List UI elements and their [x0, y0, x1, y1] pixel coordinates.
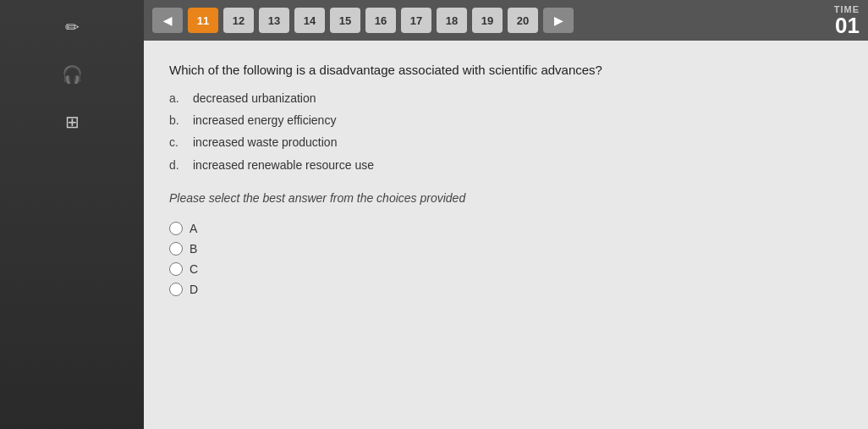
timer-value: 01	[835, 14, 860, 36]
top-navigation: ◀ 11 12 13 14 15 16 17 18 19 20 ▶ TIME 0…	[144, 0, 868, 41]
radio-item-d[interactable]: D	[169, 283, 843, 296]
choice-c-label: c.	[169, 133, 186, 151]
radio-item-c[interactable]: C	[169, 262, 843, 276]
question-content: Which of the following is a disadvantage…	[144, 41, 868, 429]
headphone-icon[interactable]: 🎧	[53, 56, 91, 93]
radio-item-b[interactable]: B	[169, 242, 843, 256]
page-17-button[interactable]: 17	[401, 8, 431, 33]
page-16-button[interactable]: 16	[365, 8, 396, 33]
choice-d-label: d.	[169, 156, 186, 174]
instruction-text: Please select the best answer from the c…	[169, 191, 843, 205]
current-page-button[interactable]: 11	[188, 8, 218, 33]
choice-c-text: increased waste production	[193, 133, 337, 151]
radio-options: A B C D	[169, 222, 843, 296]
choice-a-label: a.	[169, 89, 186, 107]
choices-list: a. decreased urbanization b. increased e…	[169, 89, 843, 175]
next-button[interactable]: ▶	[543, 8, 574, 33]
timer-area: TIME 01	[834, 4, 860, 36]
radio-a-label[interactable]: A	[190, 222, 197, 235]
grid-icon[interactable]: ⊞	[53, 103, 91, 140]
page-12-button[interactable]: 12	[223, 8, 254, 33]
radio-c[interactable]	[169, 262, 183, 276]
radio-b[interactable]	[169, 242, 183, 256]
page-20-button[interactable]: 20	[508, 8, 538, 33]
choice-b: b. increased energy efficiency	[169, 111, 843, 129]
page-15-button[interactable]: 15	[330, 8, 360, 33]
radio-d-label[interactable]: D	[190, 283, 198, 296]
prev-button[interactable]: ◀	[152, 8, 183, 33]
choice-d: d. increased renewable resource use	[169, 156, 843, 174]
page-19-button[interactable]: 19	[472, 8, 503, 33]
choice-b-text: increased energy efficiency	[193, 111, 336, 129]
radio-item-a[interactable]: A	[169, 222, 843, 235]
page-13-button[interactable]: 13	[259, 8, 289, 33]
radio-d[interactable]	[169, 283, 183, 296]
page-18-button[interactable]: 18	[437, 8, 467, 33]
pencil-icon[interactable]: ✏	[53, 8, 91, 46]
sidebar: ✏ 🎧 ⊞	[0, 0, 144, 429]
main-panel: ◀ 11 12 13 14 15 16 17 18 19 20 ▶ TIME 0…	[144, 0, 868, 429]
choice-a: a. decreased urbanization	[169, 89, 843, 107]
choice-c: c. increased waste production	[169, 133, 843, 151]
radio-a[interactable]	[169, 222, 183, 235]
question-text: Which of the following is a disadvantage…	[169, 61, 843, 80]
choice-a-text: decreased urbanization	[193, 89, 316, 107]
page-14-button[interactable]: 14	[294, 8, 325, 33]
choice-d-text: increased renewable resource use	[193, 156, 374, 174]
radio-c-label[interactable]: C	[190, 262, 198, 276]
choice-b-label: b.	[169, 111, 186, 129]
radio-b-label[interactable]: B	[190, 242, 197, 256]
